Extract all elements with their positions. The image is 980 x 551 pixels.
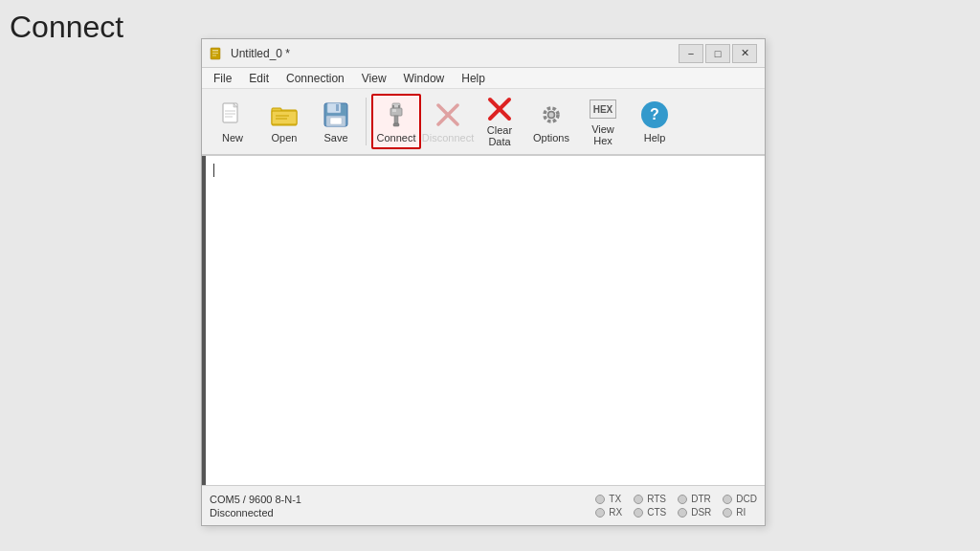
- rx-label: RX: [609, 507, 622, 518]
- application-window: Untitled_0 * − □ ✕ File Edit Connection …: [201, 38, 766, 526]
- dcd-label: DCD: [736, 494, 757, 504]
- ri-indicator: RI: [723, 507, 757, 518]
- help-label: Help: [644, 132, 666, 143]
- rx-indicator: RX: [595, 507, 622, 518]
- tx-led: [595, 495, 605, 504]
- options-label: Options: [533, 132, 569, 143]
- connect-label: Connect: [377, 132, 416, 143]
- connect-icon: [381, 99, 412, 130]
- dtr-dsr-group: DTR DSR: [678, 494, 711, 518]
- svg-rect-18: [330, 118, 342, 124]
- viewhex-icon: HEX: [588, 97, 618, 121]
- status-bar: COM5 / 9600 8-N-1 Disconnected TX RX: [202, 485, 765, 525]
- cts-led: [634, 508, 643, 518]
- options-button[interactable]: Options: [526, 94, 576, 149]
- svg-rect-22: [392, 105, 394, 108]
- app-icon: [210, 46, 225, 61]
- new-button[interactable]: New: [208, 94, 257, 149]
- maximize-button[interactable]: □: [705, 44, 730, 63]
- dsr-label: DSR: [691, 507, 711, 518]
- dtr-label: DTR: [691, 494, 711, 504]
- tx-rx-group: TX RX: [595, 494, 622, 518]
- save-button[interactable]: Save: [311, 94, 361, 149]
- hex-label-display: HEX: [590, 99, 616, 119]
- ri-label: RI: [736, 507, 746, 518]
- cts-indicator: CTS: [634, 507, 666, 518]
- page-background: Connect Untitled_0 * − □ ✕ File: [0, 0, 980, 551]
- menu-help[interactable]: Help: [454, 70, 493, 87]
- menu-view[interactable]: View: [354, 70, 394, 87]
- window-title: Untitled_0 *: [231, 47, 290, 60]
- cleardata-icon: [484, 96, 515, 122]
- connect-button[interactable]: Connect: [371, 94, 421, 149]
- status-indicators: TX RX RTS CTS: [595, 494, 757, 518]
- tx-indicator: TX: [595, 494, 622, 504]
- menu-file[interactable]: File: [206, 70, 239, 87]
- status-left: COM5 / 9600 8-N-1 Disconnected: [210, 494, 301, 518]
- rts-indicator: RTS: [634, 494, 666, 504]
- menu-connection[interactable]: Connection: [278, 70, 352, 87]
- cleardata-button[interactable]: Clear Data: [475, 94, 524, 149]
- open-icon: [269, 99, 300, 130]
- disconnect-label: Disconnect: [422, 132, 474, 143]
- dtr-led: [678, 495, 687, 504]
- new-label: New: [222, 132, 243, 143]
- svg-rect-16: [336, 104, 339, 111]
- svg-rect-11: [272, 111, 297, 124]
- svg-rect-1: [212, 50, 218, 52]
- svg-rect-20: [390, 108, 402, 116]
- connection-status: Disconnected: [210, 507, 301, 518]
- page-title: Connect: [10, 10, 123, 45]
- svg-point-32: [549, 113, 554, 118]
- close-button[interactable]: ✕: [732, 44, 757, 63]
- terminal-content[interactable]: [202, 156, 765, 485]
- dsr-indicator: DSR: [678, 507, 711, 518]
- dcd-ri-group: DCD RI: [723, 494, 757, 518]
- save-label: Save: [323, 132, 347, 143]
- open-button[interactable]: Open: [259, 94, 309, 149]
- dcd-led: [723, 495, 732, 504]
- menu-window[interactable]: Window: [396, 70, 453, 87]
- dtr-indicator: DTR: [678, 494, 711, 504]
- help-button[interactable]: ? Help: [630, 94, 679, 149]
- help-question-mark: ?: [641, 101, 668, 128]
- save-icon: [321, 99, 351, 130]
- svg-rect-24: [393, 123, 399, 126]
- dcd-indicator: DCD: [723, 494, 757, 504]
- toolbar: New Open: [202, 89, 765, 156]
- svg-rect-21: [394, 116, 398, 123]
- svg-rect-23: [398, 105, 400, 108]
- dsr-led: [678, 508, 687, 518]
- rx-led: [595, 508, 605, 518]
- viewhex-button[interactable]: HEX View Hex: [578, 94, 628, 149]
- menu-edit[interactable]: Edit: [241, 70, 277, 87]
- options-icon: [536, 99, 567, 130]
- title-bar-left: Untitled_0 *: [210, 46, 290, 61]
- disconnect-icon: [433, 99, 463, 130]
- toolbar-divider-1: [366, 98, 367, 145]
- disconnect-button[interactable]: Disconnect: [423, 94, 473, 149]
- svg-rect-3: [212, 55, 216, 55]
- port-info: COM5 / 9600 8-N-1: [210, 494, 301, 505]
- menu-bar: File Edit Connection View Window Help: [202, 68, 765, 89]
- svg-rect-25: [392, 109, 396, 112]
- cleardata-label: Clear Data: [478, 124, 522, 147]
- tx-label: TX: [609, 494, 621, 504]
- window-controls: − □ ✕: [679, 44, 757, 63]
- rts-label: RTS: [647, 494, 666, 504]
- rts-cts-group: RTS CTS: [634, 494, 666, 518]
- new-icon: [217, 99, 248, 130]
- cts-label: CTS: [647, 507, 666, 518]
- svg-rect-2: [212, 53, 218, 54]
- rts-led: [634, 495, 643, 504]
- viewhex-label: View Hex: [581, 123, 625, 146]
- help-icon: ?: [639, 99, 670, 130]
- cursor: [213, 164, 214, 177]
- minimize-button[interactable]: −: [679, 44, 703, 63]
- ri-led: [723, 508, 732, 518]
- open-label: Open: [272, 132, 298, 143]
- title-bar: Untitled_0 * − □ ✕: [202, 39, 765, 68]
